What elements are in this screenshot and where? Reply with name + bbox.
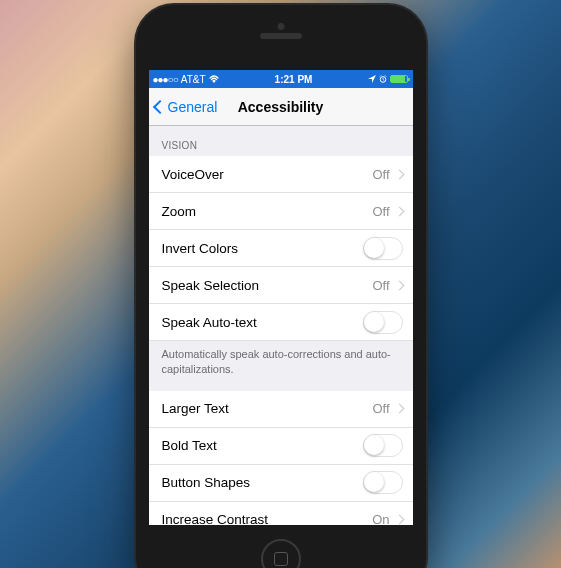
cell-speak-auto-text[interactable]: Speak Auto-text xyxy=(149,304,413,341)
signal-dots-icon: ●●●○○ xyxy=(153,74,178,85)
cell-invert-colors[interactable]: Invert Colors xyxy=(149,230,413,267)
navigation-bar: General Accessibility xyxy=(149,88,413,126)
screen: ●●●○○ AT&T 1:21 PM General xyxy=(149,70,413,525)
location-icon xyxy=(368,74,376,85)
clock: 1:21 PM xyxy=(275,74,313,85)
svg-point-0 xyxy=(213,81,215,83)
carrier-label: AT&T xyxy=(181,74,206,85)
toggle-speak-auto-text[interactable] xyxy=(363,311,403,334)
cell-bold-text[interactable]: Bold Text xyxy=(149,428,413,465)
cell-increase-contrast[interactable]: Increase Contrast On xyxy=(149,502,413,525)
toggle-invert-colors[interactable] xyxy=(363,237,403,260)
alarm-icon xyxy=(379,74,387,85)
phone-speaker xyxy=(260,33,302,39)
cell-label: Bold Text xyxy=(162,438,217,453)
cell-speak-selection[interactable]: Speak Selection Off xyxy=(149,267,413,304)
cell-button-shapes[interactable]: Button Shapes xyxy=(149,465,413,502)
chevron-right-icon xyxy=(394,280,404,290)
status-bar: ●●●○○ AT&T 1:21 PM xyxy=(149,70,413,88)
back-label: General xyxy=(168,99,218,115)
phone-frame: ●●●○○ AT&T 1:21 PM General xyxy=(136,5,426,568)
cell-label: Zoom xyxy=(162,204,197,219)
back-button[interactable]: General xyxy=(155,99,218,115)
chevron-right-icon xyxy=(394,206,404,216)
chevron-left-icon xyxy=(152,99,166,113)
cell-label: Invert Colors xyxy=(162,241,239,256)
cell-value: Off xyxy=(372,167,389,182)
chevron-right-icon xyxy=(394,169,404,179)
toggle-bold-text[interactable] xyxy=(363,434,403,457)
chevron-right-icon xyxy=(394,404,404,414)
section-header-vision: VISION xyxy=(149,126,413,156)
cell-label: Button Shapes xyxy=(162,475,251,490)
toggle-button-shapes[interactable] xyxy=(363,471,403,494)
cell-label: Larger Text xyxy=(162,401,229,416)
cell-zoom[interactable]: Zoom Off xyxy=(149,193,413,230)
page-title: Accessibility xyxy=(238,99,324,115)
phone-camera xyxy=(277,23,284,30)
cell-voiceover[interactable]: VoiceOver Off xyxy=(149,156,413,193)
settings-content[interactable]: VISION VoiceOver Off Zoom Off Invert Col… xyxy=(149,126,413,525)
cell-label: VoiceOver xyxy=(162,167,224,182)
section-footer: Automatically speak auto-corrections and… xyxy=(149,341,413,391)
cell-value: Off xyxy=(372,278,389,293)
cell-label: Speak Auto-text xyxy=(162,315,257,330)
wifi-icon xyxy=(209,74,219,85)
battery-icon xyxy=(390,75,408,83)
cell-value: Off xyxy=(372,204,389,219)
cell-larger-text[interactable]: Larger Text Off xyxy=(149,391,413,428)
chevron-right-icon xyxy=(394,515,404,525)
cell-value: On xyxy=(372,512,389,525)
home-button[interactable] xyxy=(261,539,301,568)
cell-value: Off xyxy=(372,401,389,416)
cell-label: Increase Contrast xyxy=(162,512,269,525)
cell-label: Speak Selection xyxy=(162,278,260,293)
